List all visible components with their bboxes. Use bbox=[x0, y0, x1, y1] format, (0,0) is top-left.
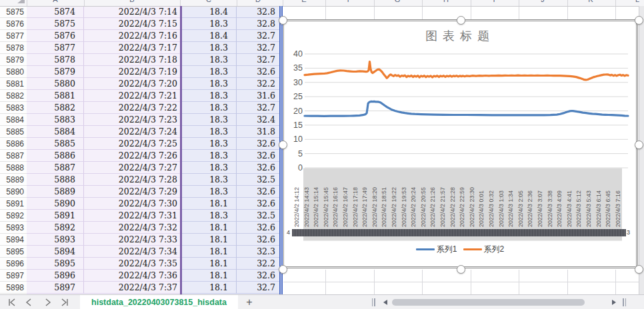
row-header[interactable]: 5886 bbox=[0, 138, 27, 150]
cell-d[interactable]: 32.5 bbox=[237, 174, 279, 186]
row-header[interactable]: 5892 bbox=[0, 210, 27, 222]
row-header[interactable]: 5895 bbox=[0, 246, 27, 258]
tab-scroll-splitter[interactable] bbox=[372, 298, 375, 306]
row-header[interactable]: 5884 bbox=[0, 114, 27, 126]
embedded-line-chart[interactable]: 图表标题 05101520253035402022/4/2 14:122022/… bbox=[282, 19, 638, 268]
row-header[interactable]: 5877 bbox=[0, 30, 27, 42]
legend-label-1[interactable]: 系列1 bbox=[437, 244, 457, 255]
column-header-i[interactable]: I bbox=[493, 0, 495, 3]
cell-a[interactable]: 5892 bbox=[27, 222, 84, 234]
cell-d[interactable]: 32.6 bbox=[237, 66, 279, 78]
cell-a[interactable]: 5897 bbox=[27, 282, 84, 294]
cell-b[interactable]: 2022/4/3 7:30 bbox=[84, 198, 180, 210]
cell-a[interactable]: 5895 bbox=[27, 258, 84, 270]
chart-selection-handle[interactable] bbox=[279, 141, 287, 149]
cell-a[interactable]: 5896 bbox=[27, 270, 84, 282]
chart-legend[interactable]: 系列1系列2 bbox=[283, 244, 637, 255]
chart-selection-handle[interactable] bbox=[279, 265, 287, 274]
cell-d[interactable]: 32.6 bbox=[237, 222, 279, 234]
cell-c[interactable]: 18.3 bbox=[181, 186, 237, 198]
scroll-right-arrow-icon[interactable] bbox=[612, 300, 616, 305]
column-header-f[interactable]: F bbox=[347, 0, 352, 3]
cell-d[interactable]: 32.8 bbox=[237, 6, 279, 18]
cell-a[interactable]: 5889 bbox=[27, 186, 84, 198]
row-header[interactable]: 5882 bbox=[0, 90, 27, 102]
cell-b[interactable]: 2022/4/3 7:16 bbox=[84, 30, 180, 42]
column-header-k[interactable]: K bbox=[588, 0, 593, 3]
cell-d[interactable]: 32.6 bbox=[237, 198, 279, 210]
cell-b[interactable]: 2022/4/3 7:29 bbox=[84, 186, 180, 198]
cell-a[interactable]: 5882 bbox=[27, 102, 84, 114]
cell-c[interactable]: 18.1 bbox=[181, 222, 237, 234]
cell-d[interactable]: 32.7 bbox=[237, 282, 279, 294]
cell-c[interactable]: 18.1 bbox=[181, 282, 237, 294]
cell-a[interactable]: 5891 bbox=[27, 210, 84, 222]
row-header[interactable]: 5890 bbox=[0, 186, 27, 198]
cell-c[interactable]: 18.4 bbox=[181, 6, 237, 18]
cell-d[interactable]: 32.5 bbox=[237, 210, 279, 222]
cell-b[interactable]: 2022/4/3 7:24 bbox=[84, 126, 180, 138]
column-header-d[interactable]: D bbox=[255, 0, 261, 3]
chart-selection-handle[interactable] bbox=[635, 265, 643, 274]
select-all-corner-icon[interactable] bbox=[17, 0, 25, 3]
cell-a[interactable]: 5886 bbox=[27, 150, 84, 162]
horizontal-scrollbar-thumb[interactable] bbox=[392, 299, 585, 306]
cell-c[interactable]: 18.3 bbox=[181, 18, 237, 30]
add-sheet-button[interactable]: + bbox=[241, 295, 257, 309]
cell-a[interactable]: 5884 bbox=[27, 126, 84, 138]
cell-a[interactable]: 5888 bbox=[27, 174, 84, 186]
column-header-e[interactable]: E bbox=[301, 0, 306, 3]
next-sheet-button[interactable] bbox=[43, 298, 52, 307]
cell-a[interactable]: 5877 bbox=[27, 42, 84, 54]
cell-d[interactable]: 32.6 bbox=[237, 270, 279, 282]
cell-b[interactable]: 2022/4/3 7:20 bbox=[84, 78, 180, 90]
cell-d[interactable]: 32.2 bbox=[237, 258, 279, 270]
column-header-j[interactable]: J bbox=[541, 0, 545, 3]
active-sheet-tab[interactable]: histdata_20220403073815_hisdata bbox=[80, 295, 238, 309]
cell-c[interactable]: 18.3 bbox=[181, 174, 237, 186]
cell-c[interactable]: 18.3 bbox=[181, 210, 237, 222]
cell-b[interactable]: 2022/4/3 7:14 bbox=[84, 6, 180, 18]
cell-b[interactable]: 2022/4/3 7:31 bbox=[84, 210, 180, 222]
cell-d[interactable]: 32.2 bbox=[237, 78, 279, 90]
cell-b[interactable]: 2022/4/3 7:23 bbox=[84, 114, 180, 126]
row-header[interactable]: 5880 bbox=[0, 66, 27, 78]
cell-a[interactable]: 5876 bbox=[27, 30, 84, 42]
cell-c[interactable]: 18.3 bbox=[181, 102, 237, 114]
cell-d[interactable]: 32.7 bbox=[237, 30, 279, 42]
cell-d[interactable]: 32.3 bbox=[237, 246, 279, 258]
cell-d[interactable]: 32.7 bbox=[237, 102, 279, 114]
first-sheet-button[interactable] bbox=[7, 298, 17, 307]
cell-c[interactable]: 18.3 bbox=[181, 138, 237, 150]
cell-c[interactable]: 18.1 bbox=[181, 270, 237, 282]
cell-c[interactable]: 18.4 bbox=[181, 30, 237, 42]
cell-d[interactable]: 31.6 bbox=[237, 90, 279, 102]
column-header-l[interactable]: L bbox=[635, 0, 639, 3]
cell-c[interactable]: 18.1 bbox=[181, 258, 237, 270]
chart-selection-handle[interactable] bbox=[457, 16, 465, 25]
row-header[interactable]: 5887 bbox=[0, 150, 27, 162]
vertical-scrollbar[interactable] bbox=[639, 6, 644, 294]
cell-a[interactable]: 5878 bbox=[27, 54, 84, 66]
cell-b[interactable]: 2022/4/3 7:18 bbox=[84, 54, 180, 66]
cell-d[interactable]: 32.6 bbox=[237, 162, 279, 174]
cell-c[interactable]: 18.1 bbox=[181, 234, 237, 246]
row-header[interactable]: 5898 bbox=[0, 282, 27, 294]
column-header-b[interactable]: B bbox=[129, 0, 134, 3]
cell-c[interactable]: 18.1 bbox=[181, 246, 237, 258]
cell-c[interactable]: 18.3 bbox=[181, 78, 237, 90]
row-header[interactable]: 5894 bbox=[0, 234, 27, 246]
previous-sheet-button[interactable] bbox=[25, 298, 34, 307]
cell-a[interactable]: 5874 bbox=[27, 6, 84, 18]
row-header[interactable]: 5878 bbox=[0, 42, 27, 54]
cell-a[interactable]: 5885 bbox=[27, 138, 84, 150]
column-header-g[interactable]: G bbox=[395, 0, 401, 3]
cell-a[interactable]: 5875 bbox=[27, 18, 84, 30]
row-header[interactable]: 5875 bbox=[0, 6, 27, 18]
cell-a[interactable]: 5883 bbox=[27, 114, 84, 126]
cell-d[interactable]: 31.8 bbox=[237, 126, 279, 138]
cell-b[interactable]: 2022/4/3 7:26 bbox=[84, 150, 180, 162]
cell-b[interactable]: 2022/4/3 7:33 bbox=[84, 234, 180, 246]
row-header[interactable]: 5889 bbox=[0, 174, 27, 186]
chart-selection-handle[interactable] bbox=[457, 265, 465, 274]
